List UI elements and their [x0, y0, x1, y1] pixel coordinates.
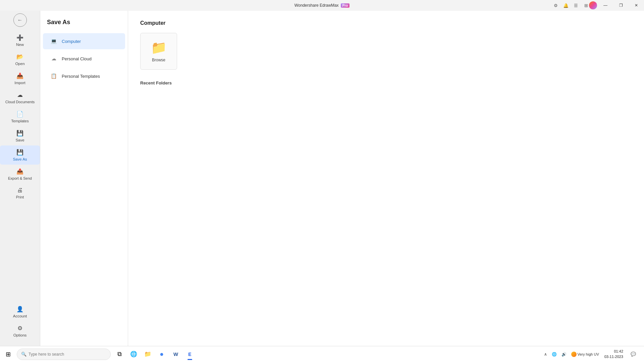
minimize-button[interactable]: —	[598, 0, 613, 11]
search-input[interactable]	[29, 352, 106, 357]
file-explorer-taskbar-button[interactable]: 📁	[141, 348, 154, 361]
edraw-taskbar-button[interactable]: E	[183, 348, 197, 361]
sidebar-item-label: Cloud Documents	[5, 100, 35, 104]
system-tray-expand[interactable]: ∧	[542, 348, 549, 361]
sidebar-item-export[interactable]: 📤 Export & Send	[0, 165, 40, 184]
clock-time: 01:42	[614, 349, 623, 354]
sidebar-item-label: Options	[13, 333, 27, 337]
save-as-icon: 💾	[16, 149, 23, 156]
personal-cloud-icon: ☁	[50, 55, 58, 63]
personal-templates-icon: 📋	[50, 72, 58, 80]
sidebar-item-label: Open	[15, 62, 24, 66]
taskbar-search[interactable]: 🔍	[17, 349, 111, 360]
browse-label: Browse	[152, 58, 165, 62]
uv-indicator[interactable]: Very high UV	[569, 348, 601, 361]
titlebar: Wondershare EdrawMax Pro ⚙ 🔔 ☰ ⊞ — ❐ ✕	[0, 0, 644, 11]
folder-icon: 📁	[151, 40, 167, 55]
search-icon: 🔍	[21, 352, 26, 357]
browse-button[interactable]: 📁 Browse	[140, 33, 177, 70]
uv-icon	[571, 352, 577, 357]
sidebar-item-label: Save As	[13, 157, 27, 161]
network-icon[interactable]: 🌐	[550, 348, 559, 361]
option-label: Computer	[62, 39, 81, 44]
sidebar-item-open[interactable]: 📂 Open	[0, 50, 40, 69]
menu-icon[interactable]: ☰	[572, 1, 580, 10]
option-computer[interactable]: 💻 Computer	[43, 33, 125, 49]
option-personal-cloud[interactable]: ☁ Personal Cloud	[43, 51, 125, 67]
sidebar-item-templates[interactable]: 📄 Templates	[0, 107, 40, 126]
clock-date: 03-11-2023	[604, 354, 623, 359]
sidebar-item-label: New	[16, 43, 24, 47]
chrome-taskbar-button[interactable]: ●	[155, 348, 168, 361]
options-icon: ⚙	[17, 325, 22, 332]
sidebar-item-label: Print	[16, 195, 24, 199]
templates-icon: 📄	[16, 111, 23, 118]
window-controls: — ❐ ✕	[598, 0, 644, 11]
settings-icon[interactable]: ⚙	[551, 1, 560, 10]
toolbar-icons: ⚙ 🔔 ☰ ⊞	[551, 0, 590, 11]
volume-icon[interactable]: 🔊	[559, 348, 569, 361]
save-icon: 💾	[16, 130, 23, 137]
sidebar-item-print[interactable]: 🖨 Print	[0, 184, 40, 202]
pro-badge: Pro	[341, 3, 350, 8]
sidebar-bottom: 👤 Account ⚙ Options	[0, 302, 40, 346]
taskbar: ⊞ 🔍 ⧉ 🌐 📁 ● W E ∧ 🌐 🔊 Very high UV 01:42…	[0, 346, 644, 362]
recent-folders-title: Recent Folders	[140, 80, 632, 85]
option-label: Personal Templates	[62, 74, 100, 79]
main-content: Computer 📁 Browse Recent Folders	[128, 11, 644, 346]
taskbar-system: ∧ 🌐 🔊 Very high UV 01:42 03-11-2023 💬	[542, 348, 643, 361]
notification-center-button[interactable]: 💬	[627, 348, 640, 361]
open-icon: 📂	[16, 53, 23, 60]
system-clock[interactable]: 01:42 03-11-2023	[602, 349, 626, 359]
panel-title: Save As	[40, 11, 128, 33]
print-icon: 🖨	[17, 187, 23, 194]
sidebar-item-cloud[interactable]: ☁ Cloud Documents	[0, 88, 40, 107]
back-button[interactable]: ←	[13, 13, 27, 27]
sidebar-left: ← ➕ New 📂 Open 📥 Import ☁ Cloud Document…	[0, 11, 40, 346]
start-button[interactable]: ⊞	[1, 348, 15, 361]
sidebar-item-label: Templates	[11, 119, 29, 123]
sidebar-item-account[interactable]: 👤 Account	[0, 302, 40, 321]
close-button[interactable]: ✕	[629, 0, 644, 11]
account-icon: 👤	[16, 306, 23, 313]
grid-icon[interactable]: ⊞	[582, 1, 590, 10]
bell-icon[interactable]: 🔔	[561, 1, 570, 10]
section-title: Computer	[140, 20, 632, 26]
app-name: Wondershare EdrawMax	[294, 3, 339, 8]
option-label: Personal Cloud	[62, 56, 92, 61]
restore-button[interactable]: ❐	[613, 0, 629, 11]
sidebar-item-label: Account	[13, 314, 27, 318]
sidebar-item-save[interactable]: 💾 Save	[0, 126, 40, 145]
sidebar-item-label: Save	[15, 138, 24, 142]
option-personal-templates[interactable]: 📋 Personal Templates	[43, 68, 125, 84]
computer-icon: 💻	[50, 37, 58, 45]
sidebar-item-save-as[interactable]: 💾 Save As	[0, 145, 40, 165]
edge-taskbar-button[interactable]: 🌐	[127, 348, 140, 361]
sidebar-item-options[interactable]: ⚙ Options	[0, 321, 40, 341]
sidebar-item-label: Export & Send	[8, 176, 32, 180]
sidebar-item-import[interactable]: 📥 Import	[0, 69, 40, 88]
app-title: Wondershare EdrawMax Pro	[294, 3, 350, 8]
uv-label: Very high UV	[578, 352, 599, 356]
cloud-icon: ☁	[17, 92, 23, 99]
sidebar-item-label: Import	[14, 81, 25, 85]
new-icon: ➕	[16, 34, 23, 41]
sidebar-item-new[interactable]: ➕ New	[0, 31, 40, 50]
export-icon: 📤	[16, 168, 23, 175]
app-body: ← ➕ New 📂 Open 📥 Import ☁ Cloud Document…	[0, 11, 644, 346]
task-view-button[interactable]: ⧉	[113, 348, 126, 361]
panel-middle: Save As 💻 Computer ☁ Personal Cloud 📋 Pe…	[40, 11, 128, 346]
word-taskbar-button[interactable]: W	[169, 348, 182, 361]
import-icon: 📥	[16, 72, 23, 79]
